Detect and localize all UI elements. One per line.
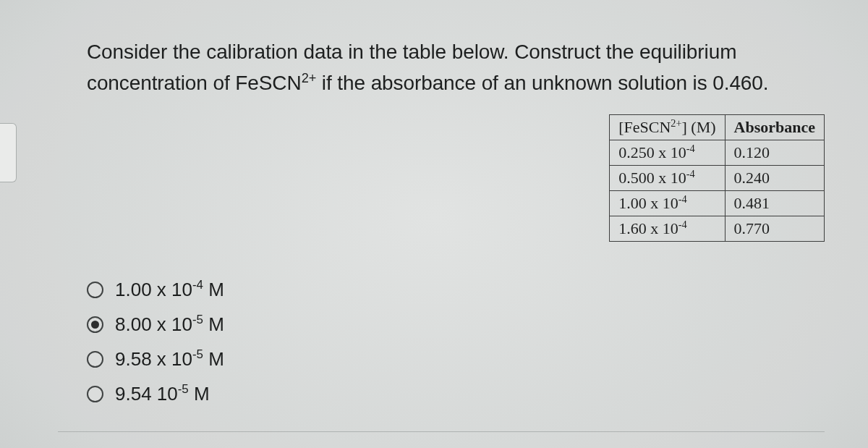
cell-conc-sup: -4 bbox=[678, 219, 687, 230]
option-label: 1.00 x 10-4 M bbox=[115, 279, 224, 301]
cell-concentration: 0.250 x 10-4 bbox=[610, 140, 725, 166]
cell-conc-pre: 0.250 x 10 bbox=[618, 143, 686, 161]
cell-absorbance: 0.770 bbox=[725, 216, 824, 242]
table-row: 1.00 x 10-40.481 bbox=[610, 191, 825, 216]
radio-button[interactable] bbox=[87, 316, 103, 333]
table-row: 0.250 x 10-40.120 bbox=[610, 140, 825, 166]
page-edge-tab bbox=[0, 123, 17, 182]
option-post: M bbox=[189, 383, 210, 405]
radio-button[interactable] bbox=[87, 282, 103, 298]
cell-absorbance: 0.120 bbox=[725, 140, 824, 166]
table-header-row: [FeSCN2+] (M) Absorbance bbox=[610, 115, 825, 140]
option-pre: 9.54 10 bbox=[115, 383, 178, 405]
option-pre: 8.00 x 10 bbox=[115, 313, 192, 335]
bottom-rule bbox=[58, 431, 825, 432]
cell-conc-sup: -4 bbox=[686, 168, 695, 179]
table-body: 0.250 x 10-40.1200.500 x 10-40.2401.00 x… bbox=[610, 140, 825, 242]
cell-concentration: 1.60 x 10-4 bbox=[610, 216, 725, 242]
cell-concentration: 1.00 x 10-4 bbox=[610, 191, 725, 216]
th-conc-post: ] (M) bbox=[682, 118, 716, 136]
cell-concentration: 0.500 x 10-4 bbox=[610, 166, 725, 191]
option-pre: 9.58 x 10 bbox=[115, 348, 192, 370]
option-sup: -5 bbox=[192, 313, 203, 326]
table-header-concentration: [FeSCN2+] (M) bbox=[610, 115, 725, 140]
answer-option[interactable]: 8.00 x 10-5 M bbox=[87, 310, 224, 339]
cell-conc-pre: 1.00 x 10 bbox=[618, 194, 678, 212]
th-conc-pre: [FeSCN bbox=[618, 118, 671, 136]
option-label: 9.54 10-5 M bbox=[115, 383, 210, 405]
cell-conc-sup: -4 bbox=[686, 143, 695, 154]
table-row: 0.500 x 10-40.240 bbox=[610, 166, 825, 191]
option-pre: 1.00 x 10 bbox=[115, 279, 192, 300]
question-line1: Consider the calibration data in the tab… bbox=[87, 41, 736, 63]
option-sup: -4 bbox=[192, 278, 203, 292]
cell-conc-pre: 1.60 x 10 bbox=[618, 219, 678, 237]
option-post: M bbox=[203, 313, 224, 335]
cell-conc-pre: 0.500 x 10 bbox=[618, 169, 686, 187]
option-post: M bbox=[203, 279, 224, 300]
question-line2-post: if the absorbance of an unknown solution… bbox=[316, 72, 768, 94]
option-sup: -5 bbox=[192, 347, 203, 361]
option-post: M bbox=[203, 348, 224, 370]
answer-option[interactable]: 1.00 x 10-4 M bbox=[87, 275, 224, 304]
calibration-table: [FeSCN2+] (M) Absorbance 0.250 x 10-40.1… bbox=[609, 114, 825, 242]
answer-options: 1.00 x 10-4 M8.00 x 10-5 M9.58 x 10-5 M9… bbox=[87, 275, 224, 414]
table-header-absorbance: Absorbance bbox=[725, 115, 824, 140]
option-label: 8.00 x 10-5 M bbox=[115, 313, 224, 336]
table-row: 1.60 x 10-40.770 bbox=[610, 216, 825, 242]
page-container: Consider the calibration data in the tab… bbox=[0, 0, 868, 448]
question-text: Consider the calibration data in the tab… bbox=[87, 36, 810, 99]
radio-button[interactable] bbox=[87, 351, 103, 368]
th-conc-sup: 2+ bbox=[671, 117, 681, 129]
cell-conc-sup: -4 bbox=[678, 193, 687, 205]
th-abs: Absorbance bbox=[734, 118, 815, 136]
radio-button[interactable] bbox=[87, 386, 103, 402]
answer-option[interactable]: 9.58 x 10-5 M bbox=[87, 345, 224, 373]
cell-absorbance: 0.240 bbox=[725, 166, 824, 191]
question-line2-pre: concentration of FeSCN bbox=[87, 72, 302, 94]
cell-absorbance: 0.481 bbox=[725, 191, 824, 216]
option-label: 9.58 x 10-5 M bbox=[115, 348, 224, 371]
question-superscript: 2+ bbox=[302, 71, 317, 85]
option-sup: -5 bbox=[178, 382, 189, 396]
answer-option[interactable]: 9.54 10-5 M bbox=[87, 379, 224, 408]
